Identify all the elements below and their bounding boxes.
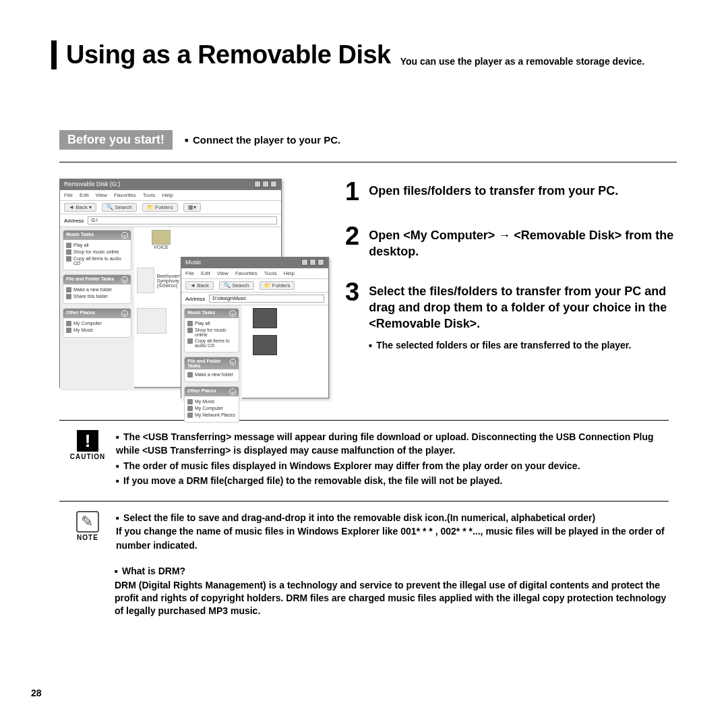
steps-list: 1 Open files/folders to transfer from yo… — [345, 179, 677, 408]
step-3: 3 Select the files/folders to transfer f… — [345, 279, 677, 351]
caution-item: The order of music files displayed in Wi… — [116, 459, 669, 473]
step-text: Open <My Computer> → <Removable Disk> fr… — [369, 227, 677, 260]
before-you-start-row: Before you start! Connect the player to … — [59, 130, 677, 162]
window-controls-icon — [300, 259, 324, 267]
mp3-icon — [245, 335, 285, 355]
back-button: ◄ Back ▾ — [64, 203, 96, 212]
step-subnote: The selected folders or files are transf… — [369, 340, 631, 351]
folder-icon: VOICE — [141, 230, 181, 249]
step-text: Select the files/folders to transfer fro… — [369, 283, 677, 332]
address-bar: AddressG:\ — [60, 214, 281, 227]
screenshot-area: Removable Disk (G:) FileEditViewFavorite… — [59, 179, 329, 408]
step-number: 2 — [345, 223, 359, 260]
menu-bar: FileEditViewFavoritesToolsHelp — [181, 268, 328, 279]
mp3-icon — [245, 308, 285, 328]
step-number: 3 — [345, 279, 359, 351]
drm-question: What is DRM? — [115, 566, 669, 576]
search-button: 🔍 Search — [102, 203, 137, 212]
window1-title: Removable Disk (G:) — [64, 181, 121, 189]
note-block: NOTE Select the file to save and drag-an… — [69, 511, 669, 553]
step-text: Open files/folders to transfer from your… — [369, 183, 618, 204]
explorer-window-2: Music FileEditViewFavoritesToolsHelp ◄ B… — [181, 257, 329, 398]
page-title: Using as a Removable Disk — [66, 40, 391, 69]
folders-button: 📁 Folders — [142, 203, 178, 212]
toolbar: ◄ Back🔍 Search📁 Folders — [181, 279, 328, 293]
caution-item: The <USB Transferring> message will appe… — [116, 430, 669, 458]
page-title-block: Using as a Removable Disk You can use th… — [51, 40, 681, 69]
toolbar: ◄ Back ▾ 🔍 Search 📁 Folders ▦▾ — [60, 201, 281, 214]
drm-block: What is DRM? DRM (Digital Rights Managem… — [115, 566, 669, 617]
before-text: Connect the player to your PC. — [185, 134, 340, 146]
view-button: ▦▾ — [183, 203, 201, 212]
window-controls-icon — [253, 181, 277, 189]
note-icon: NOTE — [69, 511, 107, 541]
caution-item: If you move a DRM file(charged file) to … — [116, 474, 669, 487]
note-item: Select the file to save and drag-and-dro… — [116, 511, 669, 552]
step-2: 2 Open <My Computer> → <Removable Disk> … — [345, 223, 677, 260]
page-number: 28 — [31, 688, 42, 698]
file-icon-2 — [137, 308, 177, 334]
caution-block: ! CAUTION The <USB Transferring> message… — [69, 430, 669, 489]
step-1: 1 Open files/folders to transfer from yo… — [345, 179, 677, 204]
step-number: 1 — [345, 179, 359, 204]
before-badge: Before you start! — [59, 130, 173, 150]
page-subtitle: You can use the player as a removable st… — [400, 56, 644, 70]
window2-title: Music — [185, 259, 202, 267]
caution-icon: ! CAUTION — [69, 430, 107, 460]
drm-answer: DRM (Digital Rights Management) is a tec… — [115, 579, 669, 617]
menu-bar: FileEditViewFavoritesToolsHelp — [60, 190, 281, 201]
